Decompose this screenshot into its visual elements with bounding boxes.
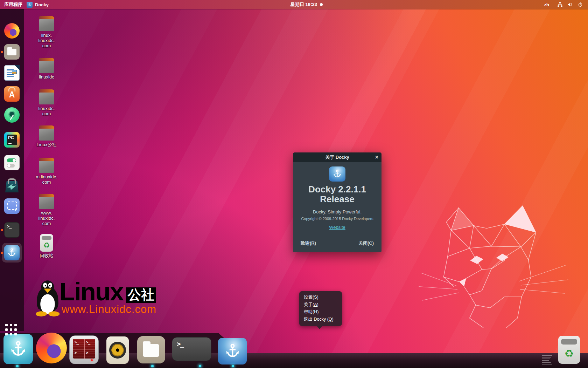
tux-penguin-logo bbox=[34, 278, 61, 316]
dock-item-docky-client[interactable] bbox=[218, 338, 247, 364]
desktop-trash[interactable]: ♻ 回收站 bbox=[26, 234, 68, 258]
firefox-icon bbox=[36, 333, 67, 363]
desktop-icon-label: m.linuxidc. com bbox=[36, 174, 57, 185]
menu-item-quit[interactable]: 退出 Docky (Q) bbox=[299, 316, 342, 323]
android-studio-icon bbox=[4, 107, 20, 123]
desktop-folder[interactable]: linuxidc. com bbox=[26, 89, 68, 116]
clock-menu[interactable]: 星期日 19∶23 bbox=[290, 0, 323, 9]
focused-app-menu[interactable]: Docky bbox=[27, 0, 49, 9]
desktop-folder[interactable]: linux. linuxidc. com bbox=[26, 16, 68, 48]
notification-dot bbox=[320, 3, 323, 6]
launcher-item-settings[interactable] bbox=[4, 155, 20, 170]
running-indicator bbox=[1, 229, 3, 231]
launcher-item-android-studio[interactable] bbox=[4, 107, 20, 123]
dialog-body: Docky 2.2.1.1 Release Docky. Simply Powe… bbox=[293, 162, 382, 230]
menu-item-settings[interactable]: 设置(S) bbox=[299, 294, 342, 301]
launcher-item-screenshot[interactable]: + bbox=[4, 198, 20, 214]
desktop-folder[interactable]: m.linuxidc. com bbox=[26, 158, 68, 185]
dialog-titlebar[interactable]: 关于 Docky × bbox=[293, 152, 382, 162]
keyboard-layout-indicator[interactable]: zh bbox=[544, 2, 549, 7]
folder-icon bbox=[39, 16, 54, 31]
docky-anchor-icon bbox=[4, 334, 33, 364]
dock-running-indicator bbox=[232, 365, 234, 367]
dialog-title: 关于 Docky bbox=[325, 154, 349, 161]
dock-item-music-player[interactable] bbox=[106, 336, 129, 364]
desktop-folder[interactable]: linuxidc bbox=[26, 58, 68, 80]
menu-item-help[interactable]: 帮助(H) bbox=[299, 308, 342, 316]
launcher-item-pycharm[interactable]: PC bbox=[4, 132, 20, 148]
tagline-text: Docky. Simply Powerful. bbox=[313, 209, 362, 214]
desktop-icon-label: 回收站 bbox=[40, 253, 54, 258]
dock-item-terminator[interactable]: >_ >_ >_ >_ bbox=[69, 335, 99, 364]
dock-item-terminal[interactable]: >_ bbox=[172, 337, 211, 361]
desktop-folder[interactable]: Linux公社 bbox=[26, 125, 68, 147]
ubuntu-launcher: A PC + bbox=[0, 9, 24, 331]
docky-anchor-icon bbox=[27, 2, 33, 8]
brand-url: www.Linuxidc.com bbox=[62, 303, 156, 316]
libreoffice-writer-icon bbox=[4, 65, 20, 81]
network-icon[interactable] bbox=[557, 2, 563, 7]
dock-item-files[interactable] bbox=[137, 336, 165, 363]
dock-running-indicator bbox=[199, 365, 201, 367]
terminal-icon: >_ bbox=[172, 337, 211, 361]
power-icon[interactable] bbox=[578, 2, 583, 7]
pycharm-icon: PC bbox=[4, 132, 20, 148]
launcher-item-libreoffice[interactable] bbox=[4, 65, 20, 81]
dock-trash[interactable]: ♻ bbox=[558, 336, 580, 364]
volume-icon[interactable] bbox=[567, 2, 573, 7]
desktop-icon-label: linux. linuxidc. com bbox=[38, 33, 55, 48]
menu-item-about[interactable]: 关于(A) bbox=[299, 301, 342, 308]
desktop-folder[interactable]: www. linuxidc. com bbox=[26, 194, 68, 226]
dock-running-indicator bbox=[151, 365, 154, 367]
ubuntu-software-icon: A bbox=[4, 86, 20, 102]
launcher-item-files[interactable] bbox=[4, 44, 20, 60]
dock-item-docky[interactable] bbox=[4, 334, 33, 364]
launcher-item-ubuntu-software[interactable]: A bbox=[4, 86, 20, 102]
desktop-icon-label: linuxidc. com bbox=[38, 106, 55, 116]
terminator-icon: >_ >_ >_ >_ bbox=[69, 335, 99, 364]
about-docky-dialog: 关于 Docky × Docky 2.2.1.1 Release Docky. … bbox=[293, 152, 382, 252]
top-bar: 应用程序 Docky 星期日 19∶23 zh bbox=[0, 0, 588, 9]
website-link[interactable]: Website bbox=[329, 225, 345, 230]
files-icon bbox=[137, 336, 165, 363]
launcher-item-docky[interactable] bbox=[4, 245, 20, 260]
launcher-item-firefox[interactable] bbox=[4, 23, 20, 39]
power-led bbox=[91, 359, 93, 361]
running-indicator bbox=[1, 51, 3, 53]
close-icon[interactable]: × bbox=[375, 152, 378, 162]
applications-menu[interactable]: 应用程序 bbox=[4, 0, 22, 9]
version-text: Docky 2.2.1.1 Release bbox=[308, 184, 366, 204]
docky-anchor-icon bbox=[4, 245, 20, 260]
linuxidc-branding: Linux 公社 www.Linuxidc.com bbox=[34, 278, 188, 320]
files-icon bbox=[4, 44, 20, 60]
folder-icon bbox=[39, 89, 54, 104]
show-applications-button[interactable] bbox=[5, 324, 19, 336]
clock-label: 星期日 19∶23 bbox=[290, 1, 317, 8]
system-status-area[interactable]: zh bbox=[544, 0, 583, 9]
desktop-icon-label: linuxidc bbox=[39, 74, 54, 80]
brand-suffix: 公社 bbox=[126, 287, 156, 303]
folder-icon bbox=[39, 158, 54, 173]
screenshot-tool-icon: + bbox=[4, 198, 20, 214]
folder-icon bbox=[39, 194, 54, 209]
folder-icon bbox=[39, 58, 54, 73]
brand-word: Linux bbox=[59, 281, 123, 303]
close-button[interactable]: 关闭(C) bbox=[358, 240, 374, 246]
settings-toggles-icon bbox=[4, 155, 20, 170]
docky-anchor-icon bbox=[329, 166, 345, 182]
docky-anchor-blue-icon bbox=[218, 338, 247, 364]
copyright-text: Copyright © 2009-2015 Docky Developers bbox=[301, 217, 373, 221]
trash-lid bbox=[42, 236, 51, 240]
docky-context-menu: 设置(S) 关于(A) 帮助(H) 退出 Docky (Q) bbox=[299, 291, 342, 326]
firefox-icon bbox=[4, 23, 20, 39]
credits-button[interactable]: 致谢(R) bbox=[301, 240, 316, 246]
dock-theme-grip bbox=[542, 355, 552, 366]
desktop-icon-label: Linux公社 bbox=[36, 142, 56, 147]
ubuntu-desktop: Linux 公社 www.Linuxidc.com linux. linuxid… bbox=[0, 0, 588, 368]
dock-item-firefox[interactable] bbox=[36, 333, 67, 363]
terminal-icon: >_ bbox=[4, 222, 20, 238]
desktop-icon-label: www. linuxidc. com bbox=[38, 210, 55, 226]
running-indicator bbox=[1, 252, 3, 254]
launcher-item-terminal[interactable]: >_ bbox=[4, 222, 20, 238]
launcher-item-software-bag[interactable] bbox=[4, 178, 20, 193]
